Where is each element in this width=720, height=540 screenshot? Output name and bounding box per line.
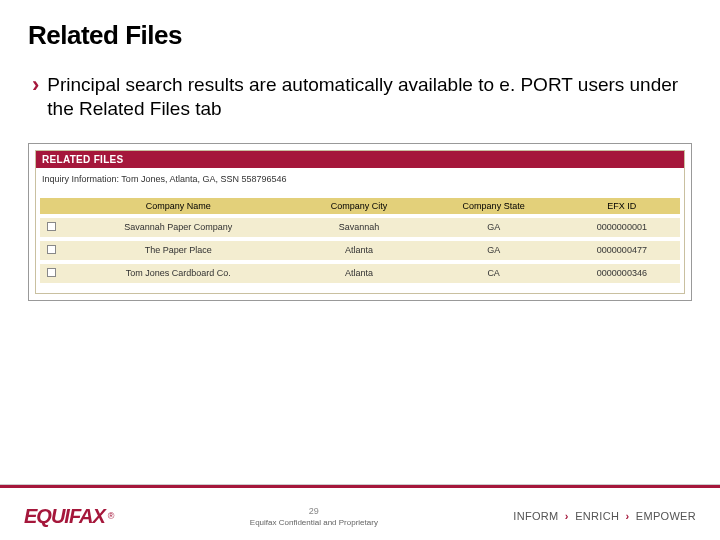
cell-state: GA — [424, 218, 564, 237]
bullet-text: Principal search results are automatical… — [47, 73, 692, 121]
cell-city: Atlanta — [294, 241, 423, 260]
col-company-state: Company State — [424, 198, 564, 214]
panel-header: RELATED FILES — [36, 151, 684, 168]
cell-city: Savannah — [294, 218, 423, 237]
cell-name: Tom Jones Cardboard Co. — [62, 264, 294, 283]
chevron-icon: › — [626, 510, 630, 522]
tagline: INFORM › ENRICH › EMPOWER — [513, 510, 696, 522]
cell-efx: 0000000477 — [564, 241, 680, 260]
cell-state: CA — [424, 264, 564, 283]
equifax-logo: EQUIFAX ® — [24, 505, 114, 528]
table-header-row: Company Name Company City Company State … — [40, 198, 680, 214]
cell-name: Savannah Paper Company — [62, 218, 294, 237]
slide-footer: EQUIFAX ® 29 Equifax Confidential and Pr… — [0, 484, 720, 540]
cell-efx: 0000000346 — [564, 264, 680, 283]
bullet-item: › Principal search results are automatic… — [28, 73, 692, 121]
table-row: The Paper Place Atlanta GA 0000000477 — [40, 241, 680, 260]
slide-title: Related Files — [28, 20, 692, 51]
footer-center: 29 Equifax Confidential and Proprietary — [114, 506, 513, 527]
col-efx-id: EFX ID — [564, 198, 680, 214]
col-company-city: Company City — [294, 198, 423, 214]
col-checkbox — [40, 198, 62, 214]
tag-enrich: ENRICH — [575, 510, 619, 522]
results-table: Company Name Company City Company State … — [36, 194, 684, 293]
col-company-name: Company Name — [62, 198, 294, 214]
logo-text: EQUIFAX — [24, 505, 105, 528]
table-row: Savannah Paper Company Savannah GA 00000… — [40, 218, 680, 237]
cell-name: The Paper Place — [62, 241, 294, 260]
cell-state: GA — [424, 241, 564, 260]
inquiry-info: Inquiry Information: Tom Jones, Atlanta,… — [36, 168, 684, 194]
table-row: Tom Jones Cardboard Co. Atlanta CA 00000… — [40, 264, 680, 283]
tag-inform: INFORM — [513, 510, 558, 522]
row-checkbox[interactable] — [47, 268, 56, 277]
row-checkbox[interactable] — [47, 222, 56, 231]
chevron-icon: › — [565, 510, 569, 522]
chevron-icon: › — [32, 73, 39, 97]
page-number: 29 — [114, 506, 513, 516]
confidentiality-text: Equifax Confidential and Proprietary — [114, 518, 513, 527]
related-files-panel: RELATED FILES Inquiry Information: Tom J… — [28, 143, 692, 301]
cell-city: Atlanta — [294, 264, 423, 283]
row-checkbox[interactable] — [47, 245, 56, 254]
tag-empower: EMPOWER — [636, 510, 696, 522]
cell-efx: 0000000001 — [564, 218, 680, 237]
registered-icon: ® — [108, 511, 115, 521]
